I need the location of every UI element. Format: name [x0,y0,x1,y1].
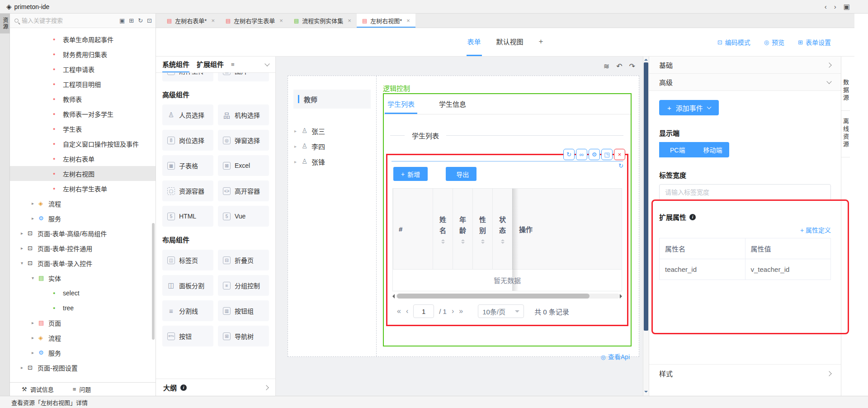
import-icon[interactable]: ▣ [119,17,125,24]
palette-item[interactable]: BTN 按钮 [162,326,213,346]
form-view-tab[interactable]: + [538,28,544,56]
tree-expand-icon[interactable]: ▸ [21,231,28,236]
property-section-header[interactable]: 基础 [649,57,841,74]
palette-item[interactable]: ♙ 人员选择 [162,104,213,125]
copy-icon[interactable]: ◳ [601,149,613,160]
add-property-link[interactable]: + 属性定义 [800,227,831,234]
document-tab[interactable]: ▤ 左树右学生表单 × [220,14,288,28]
device-button[interactable]: PC端 [659,142,692,157]
tree-expand-icon[interactable]: ▸ [294,144,302,149]
search-input[interactable] [22,17,119,24]
canvas-scrollbar-thumb[interactable] [644,62,648,331]
grid-column-header[interactable]: 操作 [512,189,622,269]
back-icon[interactable]: ‹ [825,3,827,10]
palette-item[interactable]: 8 岗位选择 [162,130,213,151]
palette-item[interactable]: ↥ 附件上传 [162,73,213,81]
link-icon[interactable]: ∞ [576,149,587,160]
dock-tab[interactable]: 数据源 [841,72,850,111]
tree-item[interactable]: ● 财务费用归集表 [10,47,156,62]
tree-item[interactable]: ● 教师表 [10,91,156,106]
tree-expand-icon[interactable]: ▸ [32,350,38,355]
page-size-select[interactable]: 10条/页 [478,304,524,318]
close-icon[interactable]: × [279,17,283,24]
palette-item[interactable]: ◎ 弹窗选择 [218,130,269,151]
add-event-button[interactable]: + 添加事件 [659,100,719,115]
redo-icon[interactable]: ↷ [629,62,635,71]
student-tab[interactable]: 学生信息 [436,94,469,114]
save-icon[interactable]: ▣ [844,3,850,11]
document-tab[interactable]: ▤ 流程实例实体集 × [288,14,357,28]
form-view-tab[interactable]: 表单 [467,28,482,56]
delete-icon[interactable]: × [614,149,625,160]
first-page-button[interactable]: « [397,307,401,315]
sort-icons[interactable] [481,239,485,244]
sort-icons[interactable] [461,239,465,244]
student-tab[interactable]: 学生列表 [385,94,417,114]
teacher-tree-item[interactable]: ▸ ♙ 李四 [288,138,376,154]
tree-expand-icon[interactable]: ▾ [32,275,38,280]
activity-tab-resources[interactable]: 资源 [0,14,10,33]
tree-item[interactable]: ● 自定义窗口操作按钮及事件 [10,136,156,151]
tree-expand-icon[interactable]: ▸ [32,201,38,206]
debug-bar-tab[interactable]: ⚒ 调试信息 [22,385,54,394]
forward-icon[interactable]: › [834,3,836,10]
close-icon[interactable]: × [211,17,215,24]
tree-item[interactable]: ▸ ⚙ 服务 [10,211,156,226]
outline-icon[interactable]: ≋ [604,62,609,71]
scroll-up-icon[interactable] [643,57,649,62]
scroll-right-icon[interactable] [620,294,622,299]
document-tab[interactable]: ▤ 左树右表单* × [161,14,220,28]
tree-item[interactable]: ▸ ⚙ 服务 [10,345,156,360]
tree-item[interactable]: ● select [10,285,156,300]
close-icon[interactable]: × [406,17,410,24]
tree-expand-icon[interactable]: ▸ [21,365,28,370]
tree-expand-icon[interactable]: ▸ [294,128,302,133]
new-folder-icon[interactable]: ⊞ [129,17,134,24]
hscroll-thumb[interactable] [397,294,590,299]
last-page-button[interactable]: » [459,307,463,315]
palette-item[interactable]: <> 高开容器 [218,180,269,201]
palette-item[interactable]: 5 Vue [218,206,269,227]
palette-tab[interactable]: 扩展组件 [197,57,224,72]
palette-item[interactable]: 5 HTML [162,206,213,227]
debug-bar-tab[interactable]: ≡ 问题 [73,385,91,394]
palette-item[interactable]: 品 机构选择 [218,104,269,125]
palette-tab[interactable]: 系统组件 [162,57,189,72]
palette-menu-icon[interactable]: ≡ [231,57,235,72]
tree-item[interactable]: ● tree [10,300,156,315]
tree-item[interactable]: ▾ ▤ 实体 [10,270,156,285]
palette-item[interactable]: ▥ 按钮组 [218,300,269,321]
grid-action-button[interactable]: 导出 [446,167,476,181]
refresh-icon[interactable]: ↻ [138,17,143,24]
tree-item[interactable]: ▸ ⊡ 页面-表单-高级/布局组件 [10,226,156,241]
tree-item[interactable]: ● 左树右学生表单 [10,181,156,196]
palette-item[interactable]: ⊟ 折叠页 [218,250,269,270]
sidebar-scrollbar[interactable] [152,223,155,340]
tree-expand-icon[interactable]: ▾ [21,261,28,266]
palette-item[interactable]: ◫ 标签页 [162,250,213,270]
tree-item[interactable]: ▸ ◈ 流程 [10,330,156,345]
undo-icon[interactable]: ↶ [616,62,622,71]
tree-item[interactable]: ● 学生表 [10,121,156,136]
header-action[interactable]: ⊡ 编码模式 [717,38,750,47]
grid-column-header[interactable]: 性别 [472,189,492,269]
label-width-input[interactable] [659,184,831,200]
tree-item[interactable]: ● 教师表一对多学生 [10,106,156,121]
grid-column-header[interactable]: 年龄 [453,189,472,269]
tree-expand-icon[interactable]: ▸ [32,320,38,325]
tree-expand-icon[interactable]: ▸ [294,159,302,164]
settings-icon[interactable]: ⚙ [589,149,600,160]
tree-item[interactable]: ● 表单生命周起事件 [10,32,156,47]
outline-footer[interactable]: 大纲 i [156,379,275,396]
tree-item[interactable]: ▾ ⊡ 页面-表单-录入控件 [10,256,156,270]
document-tab[interactable]: ▤ 左树右视图* × [357,14,415,28]
selected-grid-widget[interactable]: ↻ ∞ ⚙ ◳ × [386,154,628,326]
grid-action-button[interactable]: + 新增 [393,167,428,181]
tree-item[interactable]: ▸ ⊡ 页面-视图设置 [10,360,156,375]
canvas-scrollbar[interactable] [643,57,649,396]
tree-item[interactable]: ● 左树右表单 [10,151,156,166]
teacher-tree-item[interactable]: ▸ ♙ 张锋 [288,154,376,169]
tree-item[interactable]: ▸ ◈ 流程 [10,196,156,211]
view-api-link[interactable]: ◎查看Api [600,353,630,361]
tree-item[interactable]: ● 工程申请表 [10,62,156,76]
